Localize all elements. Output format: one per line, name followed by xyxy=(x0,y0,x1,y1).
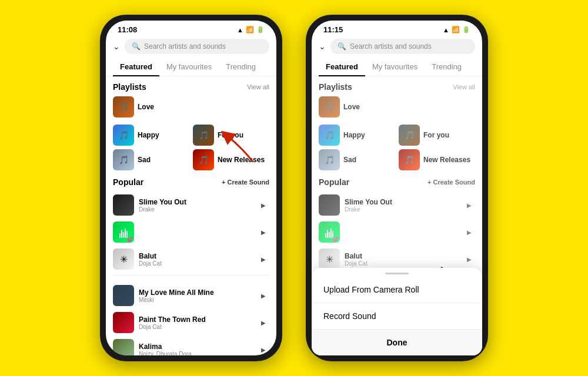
left-playlist-name-sad: Sad xyxy=(138,156,151,164)
signal-icon: ▲ xyxy=(237,26,243,33)
right-track-thumb-balut: ✳ xyxy=(319,249,340,270)
left-track-mylove[interactable]: My Love Mine All Mine Mitski ▶ xyxy=(113,282,269,309)
left-track-paint[interactable]: Paint The Town Red Doja Cat ▶ xyxy=(113,309,269,336)
right-playlist-foryou[interactable]: 🎵 For you xyxy=(399,125,475,146)
right-playlist-thumb-happy: 🎵 xyxy=(319,125,340,146)
left-track-info-mylove: My Love Mine All Mine Mitski xyxy=(139,288,253,303)
left-status-time: 11:08 xyxy=(118,25,137,34)
right-playlist-happy[interactable]: 🎵 Happy xyxy=(319,125,395,146)
right-track-thumb-bar2: 💕 xyxy=(319,221,340,243)
left-search-icon: 🔍 xyxy=(132,42,141,51)
left-phone-screen: 11:08 ▲ 📶 🔋 ⌄ 🔍 Search artists and sound… xyxy=(106,21,276,355)
left-playlist-newrel[interactable]: 🎵 New Releases xyxy=(193,149,269,170)
left-play-kalima[interactable]: ▶ xyxy=(258,344,269,355)
left-track-name-kalima: Kalima xyxy=(139,343,253,351)
left-playlist-love[interactable]: 🎵 Love xyxy=(113,96,189,118)
left-track-bar2[interactable]: 💕 ▶ xyxy=(113,219,269,246)
left-track-kalima[interactable]: Kalima Noizy, Dhurata Dora ▶ xyxy=(113,336,269,355)
left-track-info-kalima: Kalima Noizy, Dhurata Dora xyxy=(139,343,253,356)
left-track-balut[interactable]: ✳ Balut Doja Cat ▶ xyxy=(113,246,269,273)
left-track-name-bar2 xyxy=(139,228,253,236)
left-track-thumb-balut: ✳ xyxy=(113,249,134,270)
right-status-time: 11:15 xyxy=(323,25,343,34)
left-play-balut[interactable]: ▶ xyxy=(258,253,269,265)
left-playlist-name-newrel: New Releases xyxy=(218,156,265,164)
right-tab-trending[interactable]: Trending xyxy=(425,58,469,76)
left-chevron-down-icon[interactable]: ⌄ xyxy=(113,42,120,51)
left-play-mylove[interactable]: ▶ xyxy=(258,290,269,301)
sheet-option-upload[interactable]: Upload From Camera Roll xyxy=(312,277,482,303)
right-playlists-title: Playlists xyxy=(319,82,352,92)
right-search-icon: 🔍 xyxy=(338,42,346,51)
right-view-all[interactable]: View all xyxy=(453,83,475,90)
right-tab-featured[interactable]: Featured xyxy=(319,58,365,76)
right-playlist-name-happy: Happy xyxy=(343,131,365,139)
left-playlist-thumb-love: 🎵 xyxy=(113,96,134,118)
sheet-done-btn[interactable]: Done xyxy=(312,330,482,355)
left-track-info-bar2 xyxy=(139,228,253,236)
right-track-info-balut: Balut Doja Cat xyxy=(345,252,459,267)
right-play-bar2[interactable]: ▶ xyxy=(463,226,475,238)
right-search-row: ⌄ 🔍 Search artists and sounds xyxy=(312,36,482,58)
left-play-paint[interactable]: ▶ xyxy=(258,317,269,328)
right-tab-favourites[interactable]: My favourites xyxy=(365,58,425,76)
right-create-sound-btn[interactable]: + Create Sound xyxy=(427,179,475,186)
left-view-all[interactable]: View all xyxy=(247,83,269,90)
left-track-name-paint: Paint The Town Red xyxy=(139,315,253,324)
waveform-bar xyxy=(121,230,122,238)
right-status-bar: 11:15 ▲ 📶 🔋 xyxy=(312,21,482,36)
left-track-name-balut: Balut xyxy=(139,252,253,260)
right-signal-icon: ▲ xyxy=(443,26,449,33)
left-search-row: ⌄ 🔍 Search artists and sounds xyxy=(106,36,276,58)
left-create-sound-btn[interactable]: + Create Sound xyxy=(222,179,269,186)
right-search-placeholder: Search artists and sounds xyxy=(350,42,432,51)
left-playlists-grid: 🎵 Love 🎵 Happy 🎵 xyxy=(113,96,269,170)
right-playlist-sad[interactable]: 🎵 Sad xyxy=(319,149,395,170)
left-playlist-happy[interactable]: 🎵 Happy xyxy=(113,125,189,146)
left-track-slime[interactable]: Slime You Out Drake ▶ xyxy=(113,192,269,219)
right-play-slime[interactable]: ▶ xyxy=(463,199,475,211)
left-status-icons: ▲ 📶 🔋 xyxy=(237,26,265,33)
right-search-box[interactable]: 🔍 Search artists and sounds xyxy=(330,39,475,54)
left-tab-featured[interactable]: Featured xyxy=(113,58,159,76)
left-tab-trending[interactable]: Trending xyxy=(219,58,263,76)
left-track-artist-mylove: Mitski xyxy=(139,297,253,303)
right-track-artist-balut: Doja Cat xyxy=(345,260,459,267)
left-content-area: Playlists View all 🎵 Love xyxy=(106,76,276,355)
waveform-bar xyxy=(119,233,121,238)
sheet-option-record[interactable]: Record Sound xyxy=(312,303,482,330)
left-playlists-header: Playlists View all xyxy=(113,82,269,92)
right-track-artist-slime: Drake xyxy=(345,206,459,213)
left-status-bar: 11:08 ▲ 📶 🔋 xyxy=(106,21,276,36)
waveform-bar xyxy=(330,229,332,238)
left-playlist-sad[interactable]: 🎵 Sad xyxy=(113,149,189,170)
right-playlist-newrel[interactable]: 🎵 New Releases xyxy=(399,149,475,170)
left-search-box[interactable]: 🔍 Search artists and sounds xyxy=(125,39,269,54)
right-chevron-down-icon[interactable]: ⌄ xyxy=(319,42,326,51)
battery-icon: 🔋 xyxy=(256,26,265,33)
left-play-bar2[interactable]: ▶ xyxy=(258,226,269,238)
right-emoji-overlay: 💕 xyxy=(333,237,339,242)
left-phone: 11:08 ▲ 📶 🔋 ⌄ 🔍 Search artists and sound… xyxy=(100,15,282,361)
right-track-name-balut: Balut xyxy=(345,252,459,260)
right-track-bar2[interactable]: 💕 ▶ xyxy=(319,219,475,246)
waveform-bars-left xyxy=(119,226,128,238)
left-playlist-foryou[interactable]: 🎵 For you xyxy=(193,125,269,146)
right-status-icons: ▲ 📶 🔋 xyxy=(443,26,470,33)
right-track-slime[interactable]: Slime You Out Drake ▶ xyxy=(319,192,475,219)
separator xyxy=(113,275,269,280)
left-playlist-thumb-newrel: 🎵 xyxy=(193,149,214,170)
right-playlist-love[interactable]: 🎵 Love xyxy=(319,96,395,118)
right-popular-title: Popular xyxy=(319,177,349,187)
left-playlists-title: Playlists xyxy=(113,82,146,92)
right-playlist-name-love: Love xyxy=(343,103,360,111)
right-playlists-header: Playlists View all xyxy=(319,82,475,92)
left-play-slime[interactable]: ▶ xyxy=(258,199,269,211)
right-play-balut[interactable]: ▶ xyxy=(463,253,475,265)
right-playlist-thumb-newrel: 🎵 xyxy=(399,149,420,170)
left-track-info-slime: Slime You Out Drake xyxy=(139,198,253,213)
left-track-thumb-kalima xyxy=(113,339,134,355)
left-track-thumb-slime xyxy=(113,194,134,216)
left-tab-favourites[interactable]: My favourites xyxy=(159,58,219,76)
left-track-artist-balut: Doja Cat xyxy=(139,260,253,267)
